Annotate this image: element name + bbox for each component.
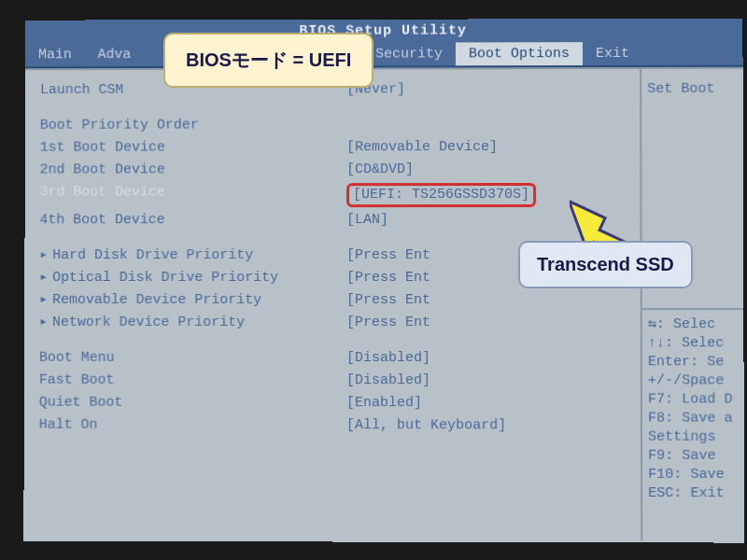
tab-boot-options[interactable]: Boot Options [456, 42, 583, 65]
row-fast-boot[interactable]: Fast Boot [Disabled] [39, 371, 631, 391]
tab-security[interactable]: Security [362, 42, 456, 65]
row-boot-menu[interactable]: Boot Menu [Disabled] [39, 349, 631, 368]
main-panel: Launch CSM [Never] Boot Priority Order 1… [23, 69, 642, 540]
tab-advanced[interactable]: Adva [85, 43, 145, 66]
value-fast-boot: [Disabled] [346, 371, 430, 390]
hint-f10: F10: Save [648, 466, 739, 484]
row-network-priority[interactable]: Network Device Priority [Press Ent [39, 314, 631, 332]
tab-bar: Main Adva ion Security Boot Options Exit [25, 42, 742, 68]
label-halt-on: Halt On [39, 416, 346, 435]
row-quiet-boot[interactable]: Quiet Boot [Enabled] [39, 394, 631, 413]
tab-exit[interactable]: Exit [583, 42, 642, 65]
value-hdd-priority: [Press Ent [346, 246, 430, 265]
hint-nav-ud: ↑↓: Selec [648, 334, 739, 353]
row-priority-header: Boot Priority Order [40, 116, 630, 135]
hint-pm-space: +/-/Space [648, 371, 739, 390]
label-odd-priority: Optical Disk Drive Priority [39, 269, 346, 287]
label-3rd-boot: 3rd Boot Device [40, 183, 347, 207]
help-panel: Set Boot ⇆: Selec ↑↓: Selec Enter: Se +/… [641, 69, 744, 541]
row-4th-boot[interactable]: 4th Boot Device [LAN] [39, 211, 630, 230]
label-priority-header: Boot Priority Order [40, 116, 346, 134]
label-hdd-priority: Hard Disk Drive Priority [39, 246, 346, 265]
title-bar: BIOS Setup Utility [25, 19, 742, 44]
hint-f7: F7: Load D [648, 390, 739, 409]
value-halt-on: [All, but Keyboard] [346, 416, 506, 435]
value-network-priority: [Press Ent [346, 314, 430, 332]
tab-main[interactable]: Main [25, 43, 85, 66]
hint-settings: Settings [648, 428, 739, 447]
highlight-3rd-boot: [UEFI: TS256GSSD370S] [346, 183, 536, 207]
value-quiet-boot: [Enabled] [346, 394, 422, 413]
row-1st-boot[interactable]: 1st Boot Device [Removable Device] [40, 138, 631, 158]
hint-f9: F9: Save [648, 447, 739, 466]
hint-nav-lr: ⇆: Selec [648, 315, 739, 334]
value-odd-priority: [Press Ent [346, 269, 430, 287]
value-3rd-boot: [UEFI: TS256GSSD370S] [346, 183, 536, 207]
hint-f8: F8: Save a [648, 409, 739, 427]
row-2nd-boot[interactable]: 2nd Boot Device [CD&DVD] [40, 161, 631, 180]
help-desc: Set Boot [647, 80, 737, 99]
label-removable-priority: Removable Device Priority [39, 291, 346, 310]
callout-bios-mode: BIOSモード = UEFI [163, 33, 374, 88]
value-4th-boot: [LAN] [346, 211, 388, 230]
label-1st-boot: 1st Boot Device [40, 138, 346, 157]
value-1st-boot: [Removable Device] [346, 138, 498, 157]
content-wrap: Launch CSM [Never] Boot Priority Order 1… [23, 67, 744, 541]
value-2nd-boot: [CD&DVD] [346, 161, 414, 179]
label-2nd-boot: 2nd Boot Device [40, 161, 346, 179]
hint-enter: Enter: Se [648, 353, 739, 371]
value-removable-priority: [Press Ent [346, 291, 430, 310]
hint-esc: ESC: Exit [648, 484, 739, 503]
row-removable-priority[interactable]: Removable Device Priority [Press Ent [39, 291, 631, 310]
label-4th-boot: 4th Boot Device [39, 211, 346, 230]
row-halt-on[interactable]: Halt On [All, but Keyboard] [39, 416, 631, 436]
label-fast-boot: Fast Boot [39, 371, 346, 390]
callout-transcend-ssd: Transcend SSD [518, 241, 693, 288]
value-boot-menu: [Disabled] [346, 349, 430, 368]
label-quiet-boot: Quiet Boot [39, 394, 346, 413]
label-boot-menu: Boot Menu [39, 349, 346, 368]
label-network-priority: Network Device Priority [39, 314, 346, 332]
row-3rd-boot[interactable]: 3rd Boot Device [UEFI: TS256GSSD370S] [40, 183, 631, 207]
